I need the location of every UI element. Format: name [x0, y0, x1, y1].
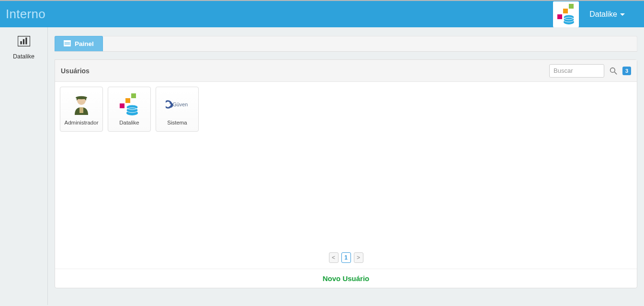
- svg-line-17: [614, 72, 617, 74]
- topbar: Interno Datalike: [0, 1, 644, 27]
- user-menu-label: Datalike: [589, 10, 617, 19]
- sidebar-item-datalike[interactable]: Datalike: [0, 33, 47, 65]
- sidebar: Datalike: [0, 27, 48, 305]
- svg-point-16: [610, 68, 615, 72]
- search-icon: [610, 67, 617, 75]
- svg-rect-9: [20, 41, 22, 45]
- bar-chart-icon: [2, 36, 45, 49]
- svg-rect-15: [65, 44, 70, 44]
- user-card-datalike[interactable]: Datalike: [108, 87, 151, 132]
- datalike-logo-icon: [554, 3, 577, 26]
- pager-next-button[interactable]: >: [354, 252, 363, 263]
- user-card-sistema[interactable]: Güven Sistema: [156, 87, 199, 132]
- caret-down-icon: [620, 13, 625, 16]
- users-panel: Usuários 3: [55, 59, 637, 288]
- pager-page-1[interactable]: 1: [341, 252, 351, 263]
- svg-rect-14: [65, 42, 70, 43]
- panel-title: Usuários: [61, 67, 90, 75]
- user-card-label: Administrador: [65, 120, 99, 126]
- sidebar-item-label: Datalike: [13, 53, 34, 60]
- svg-rect-22: [125, 98, 130, 103]
- guven-logo-icon: Güven: [166, 93, 189, 116]
- topbar-right: Datalike: [553, 1, 639, 27]
- brand-logo: [553, 1, 579, 27]
- svg-rect-10: [23, 39, 24, 45]
- result-count-badge: 3: [622, 67, 631, 75]
- user-card-administrador[interactable]: Administrador: [60, 87, 103, 132]
- svg-point-19: [76, 96, 87, 99]
- new-user-link[interactable]: Novo Usuário: [323, 274, 370, 283]
- panel-tools: 3: [549, 64, 631, 78]
- svg-rect-21: [120, 103, 124, 108]
- svg-point-26: [126, 111, 138, 115]
- site-title: Interno: [6, 7, 45, 22]
- pager: < 1 >: [55, 248, 637, 269]
- svg-rect-11: [25, 37, 27, 44]
- tab-painel[interactable]: Painel: [55, 36, 103, 51]
- tab-label: Painel: [75, 40, 94, 47]
- pager-prev-button[interactable]: <: [329, 252, 339, 263]
- datalike-icon: [118, 93, 141, 116]
- user-grid: Administrador: [55, 82, 637, 248]
- svg-rect-20: [79, 107, 83, 113]
- user-menu[interactable]: Datalike: [589, 10, 639, 19]
- svg-rect-0: [557, 14, 562, 19]
- panel-header: Usuários 3: [55, 60, 637, 82]
- user-card-label: Datalike: [119, 120, 139, 126]
- user-card-label: Sistema: [167, 120, 187, 126]
- svg-rect-13: [64, 40, 71, 42]
- svg-rect-1: [563, 9, 568, 13]
- panel-icon: [64, 40, 71, 48]
- svg-rect-23: [131, 93, 136, 98]
- svg-rect-2: [569, 4, 574, 9]
- tabstrip: Painel: [55, 36, 637, 52]
- admin-avatar-icon: [70, 93, 93, 116]
- main: Painel Usuários 3: [48, 27, 644, 305]
- shell: Datalike Painel Usuários 3: [0, 27, 644, 305]
- search-input[interactable]: [549, 64, 604, 78]
- svg-text:Güven: Güven: [172, 102, 188, 107]
- panel-footer: Novo Usuário: [55, 269, 637, 288]
- search-button[interactable]: [608, 66, 619, 76]
